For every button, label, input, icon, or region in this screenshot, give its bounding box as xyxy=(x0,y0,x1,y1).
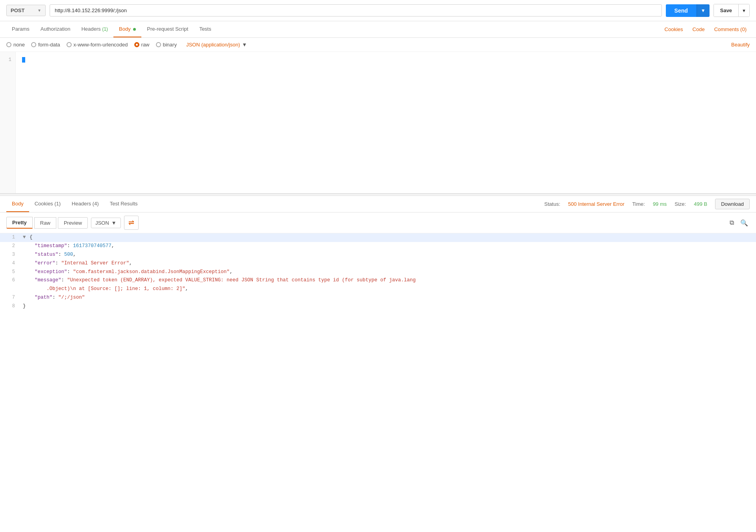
tab-tests[interactable]: Tests xyxy=(194,21,217,37)
json-type-chevron-icon: ▼ xyxy=(242,42,247,48)
line-number-1: 1 xyxy=(0,56,15,64)
view-preview-button[interactable]: Preview xyxy=(58,217,88,229)
resp-tab-headers[interactable]: Headers (4) xyxy=(66,196,104,212)
tab-params[interactable]: Params xyxy=(6,21,35,37)
time-label: Time: xyxy=(632,201,645,207)
save-button-group: Save ▼ xyxy=(713,4,750,17)
copy-button[interactable]: ⧉ xyxy=(728,218,736,228)
beautify-button[interactable]: Beautify xyxy=(731,42,750,48)
wrap-button[interactable]: ⇌ xyxy=(124,216,139,230)
response-tabs-bar: Body Cookies (1) Headers (4) Test Result… xyxy=(0,196,756,212)
cursor xyxy=(22,57,25,63)
body-dot-icon xyxy=(133,28,136,31)
status-value: 500 Internal Server Error xyxy=(568,201,624,207)
format-chevron-icon: ▼ xyxy=(111,220,117,226)
format-label: JSON xyxy=(95,220,109,226)
status-label: Status: xyxy=(544,201,560,207)
option-raw[interactable]: raw xyxy=(134,42,150,48)
response-toolbar: Pretty Raw Preview JSON ▼ ⇌ ⧉ 🔍 xyxy=(0,212,756,233)
tab-headers[interactable]: Headers (1) xyxy=(76,21,113,37)
tab-pre-request[interactable]: Pre-request Script xyxy=(141,21,194,37)
option-urlencoded[interactable]: x-www-form-urlencoded xyxy=(67,42,128,48)
radio-binary xyxy=(156,42,161,47)
download-button[interactable]: Download xyxy=(715,199,750,209)
radio-form-data xyxy=(31,42,36,47)
method-chevron-icon: ▼ xyxy=(37,8,41,13)
resp-line-3: 3 "status": 500, xyxy=(0,251,756,259)
resp-tab-body[interactable]: Body xyxy=(6,196,29,212)
save-dropdown-button[interactable]: ▼ xyxy=(738,4,749,17)
radio-urlencoded xyxy=(67,42,72,47)
resp-line-2: 2 "timestamp": 1617370740577, xyxy=(0,242,756,251)
send-button[interactable]: Send xyxy=(666,4,697,17)
radio-raw xyxy=(134,42,139,47)
collapse-icon[interactable]: ▼ xyxy=(23,235,29,240)
option-binary[interactable]: binary xyxy=(156,42,177,48)
resp-line-6: 6 "message": "Unexpected token (END_ARRA… xyxy=(0,276,756,294)
response-meta: Status: 500 Internal Server Error Time: … xyxy=(544,199,750,209)
json-type-label: JSON (application/json) xyxy=(186,42,240,48)
tab-authorization[interactable]: Authorization xyxy=(35,21,76,37)
headers-badge: (1) xyxy=(102,26,108,32)
cookies-link[interactable]: Cookies xyxy=(662,22,686,37)
response-body: 1 ▼ { 2 "timestamp": 1617370740577, 3 "s… xyxy=(0,233,756,311)
option-none[interactable]: none xyxy=(6,42,25,48)
size-value: 499 B xyxy=(694,201,707,207)
comments-link[interactable]: Comments (0) xyxy=(711,22,750,37)
time-value: 99 ms xyxy=(653,201,667,207)
method-selector[interactable]: POST ▼ xyxy=(6,5,46,16)
code-link[interactable]: Code xyxy=(689,22,708,37)
resp-line-5: 5 "exception": "com.fasterxml.jackson.da… xyxy=(0,268,756,277)
resp-line-8: 8 } xyxy=(0,302,756,311)
radio-none xyxy=(6,42,11,47)
resp-line-4: 4 "error": "Internal Server Error", xyxy=(0,259,756,268)
format-selector[interactable]: JSON ▼ xyxy=(91,218,121,228)
top-bar: POST ▼ Send ▼ Save ▼ xyxy=(0,0,756,21)
tab-body[interactable]: Body xyxy=(113,21,141,37)
toolbar-right: ⧉ 🔍 xyxy=(728,218,750,228)
url-input[interactable] xyxy=(50,4,662,17)
send-dropdown-button[interactable]: ▼ xyxy=(697,4,710,17)
line-numbers: 1 xyxy=(0,52,16,193)
search-response-button[interactable]: 🔍 xyxy=(739,218,750,228)
size-label: Size: xyxy=(674,201,686,207)
editor-line-1 xyxy=(22,56,750,64)
resp-line-1: 1 ▼ { xyxy=(0,233,756,242)
json-type-selector[interactable]: JSON (application/json) ▼ xyxy=(186,42,247,48)
view-pretty-button[interactable]: Pretty xyxy=(6,217,33,229)
save-button[interactable]: Save xyxy=(714,4,738,17)
option-form-data[interactable]: form-data xyxy=(31,42,60,48)
request-editor[interactable]: 1 xyxy=(0,52,756,194)
body-options: none form-data x-www-form-urlencoded raw… xyxy=(0,38,756,52)
send-button-group: Send ▼ xyxy=(666,4,710,17)
editor-content[interactable] xyxy=(16,52,756,193)
resp-tab-test-results[interactable]: Test Results xyxy=(104,196,143,212)
resp-tab-cookies[interactable]: Cookies (1) xyxy=(29,196,66,212)
view-raw-button[interactable]: Raw xyxy=(34,217,56,229)
request-tabs: Params Authorization Headers (1) Body Pr… xyxy=(0,21,756,38)
resp-line-7: 7 "path": "/;/json" xyxy=(0,294,756,302)
method-label: POST xyxy=(11,7,24,13)
right-links: Cookies Code Comments (0) xyxy=(662,22,750,37)
